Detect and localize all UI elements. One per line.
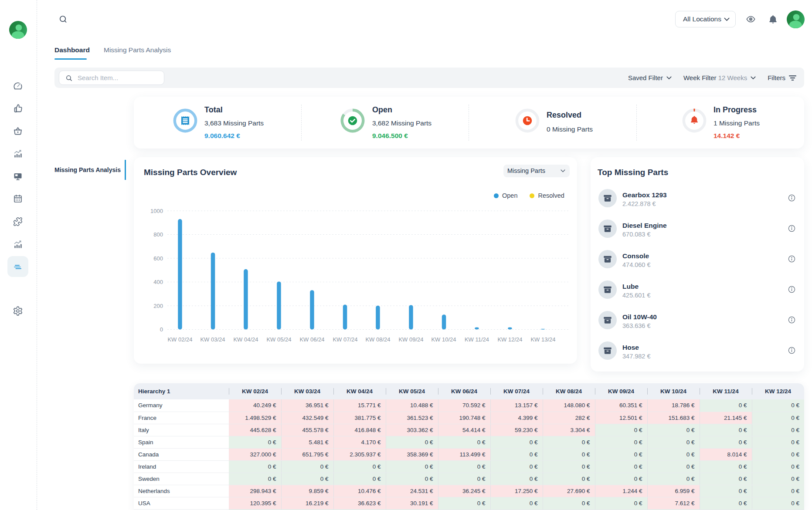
svg-text:600: 600 xyxy=(153,255,163,262)
svg-text:0: 0 xyxy=(160,326,163,333)
svg-text:KW 08/24: KW 08/24 xyxy=(365,336,390,343)
svg-text:KW 12/24: KW 12/24 xyxy=(497,336,522,343)
svg-text:KW 07/24: KW 07/24 xyxy=(333,336,357,343)
svg-text:400: 400 xyxy=(153,279,163,285)
svg-text:KW 11/24: KW 11/24 xyxy=(465,336,489,343)
svg-text:200: 200 xyxy=(153,303,163,309)
svg-text:KW 10/24: KW 10/24 xyxy=(431,336,456,343)
svg-text:800: 800 xyxy=(153,231,163,238)
svg-text:KW 04/24: KW 04/24 xyxy=(233,336,258,343)
svg-text:KW 13/24: KW 13/24 xyxy=(530,336,555,343)
svg-text:KW 06/24: KW 06/24 xyxy=(299,336,324,343)
svg-text:1000: 1000 xyxy=(150,208,163,214)
svg-text:KW 02/24: KW 02/24 xyxy=(167,336,192,343)
svg-text:KW 05/24: KW 05/24 xyxy=(266,336,291,343)
svg-text:KW 03/24: KW 03/24 xyxy=(200,336,225,343)
svg-text:KW 09/24: KW 09/24 xyxy=(398,336,423,343)
